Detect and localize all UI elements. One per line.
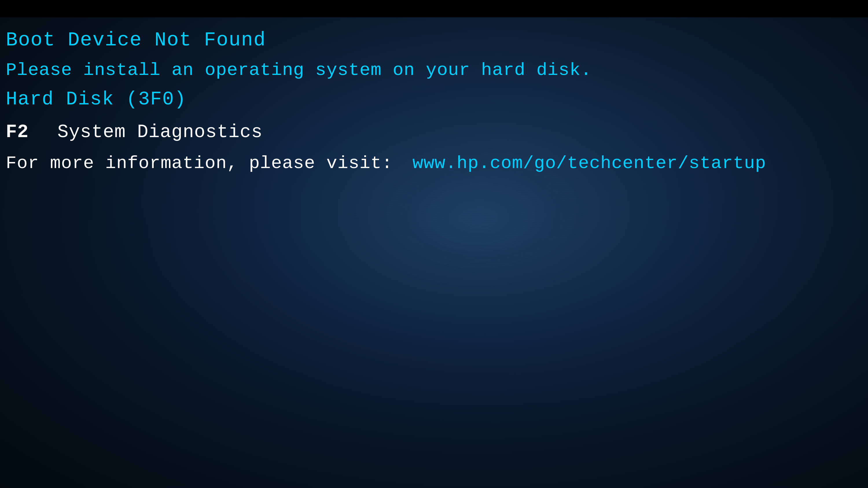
hard-disk-line: Hard Disk (3F0): [6, 89, 862, 110]
diagnostics-line: F2 System Diagnostics: [6, 122, 862, 142]
diagnostics-description: System Diagnostics: [57, 122, 262, 142]
more-info-line: For more information, please visit: www.…: [6, 153, 862, 173]
more-info-prefix: For more information, please visit:: [6, 153, 393, 173]
hp-support-url: www.hp.com/go/techcenter/startup: [412, 153, 766, 173]
f2-key-label: F2: [6, 122, 29, 142]
top-bezel: [0, 0, 868, 18]
boot-error-title: Boot Device Not Found: [6, 29, 862, 51]
install-message: Please install an operating system on yo…: [6, 60, 862, 80]
screen-content: Boot Device Not Found Please install an …: [0, 18, 868, 488]
